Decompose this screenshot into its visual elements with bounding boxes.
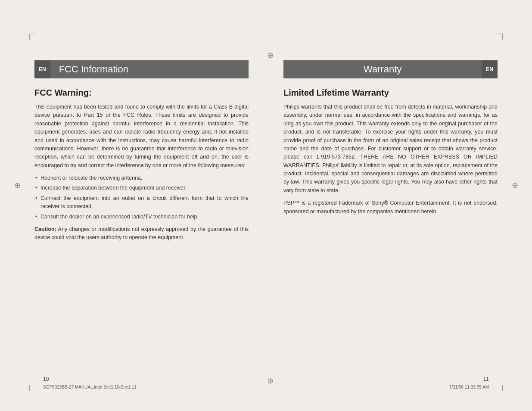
fcc-bullet-2: Increase the separation between the equi… xyxy=(34,184,249,192)
fcc-subtitle: FCC Warning: xyxy=(34,88,249,98)
left-page: EN FCC Information FCC Warning: This equ… xyxy=(34,60,266,246)
warranty-paragraph-1: Philips warrants that this product shall… xyxy=(283,103,498,195)
crosshair-top-icon: ⊕ xyxy=(266,51,274,59)
fcc-body: This equipment has been tested and found… xyxy=(34,103,249,242)
warranty-title-bar: Warranty xyxy=(283,60,482,78)
footer-bar: 10 SGP6025BB-27 MANUAL.indd Sec1:10-Sec1… xyxy=(0,376,532,389)
warranty-subtitle: Limited Lifetime Warranty xyxy=(283,88,498,98)
fcc-paragraph-1: This equipment has been tested and found… xyxy=(34,103,249,170)
fcc-caution-text: Any changes or modifications not express… xyxy=(34,226,249,240)
warranty-body: Philips warrants that this product shall… xyxy=(283,103,498,216)
warranty-section-header: Warranty EN xyxy=(283,60,498,78)
fcc-bullet-list: Reorient or relocate the receiving anten… xyxy=(34,174,249,221)
fcc-title-bar: FCC Information xyxy=(50,60,249,78)
left-page-number: 10 xyxy=(43,376,49,382)
fcc-bullet-4: Consult the dealer on an experienced rad… xyxy=(34,213,249,221)
fcc-caution-label: Caution: xyxy=(34,226,56,232)
warranty-en-badge: EN xyxy=(482,60,498,78)
print-info-right: 7/31/06 11:33:35 AM xyxy=(449,385,489,389)
print-info-left: SGP6025BB-27 MANUAL.indd Sec1:10-Sec1:11 xyxy=(43,385,137,389)
crosshair-left-icon: ⊕ xyxy=(13,181,22,190)
fcc-bullet-3: Connect the equipment into an outlet on … xyxy=(34,194,249,211)
corner-mark-tr xyxy=(497,34,503,40)
corner-mark-tl xyxy=(29,34,35,40)
fcc-bullet-1: Reorient or relocate the receiving anten… xyxy=(34,174,249,182)
footer-right: 11 7/31/06 11:33:35 AM xyxy=(449,376,489,389)
footer-left: 10 SGP6025BB-27 MANUAL.indd Sec1:10-Sec1… xyxy=(43,376,137,389)
fcc-en-badge: EN xyxy=(34,60,50,78)
fcc-caution-paragraph: Caution: Any changes or modifications no… xyxy=(34,225,249,242)
warranty-paragraph-2: PSP™ is a registered trademark of Sony® … xyxy=(283,199,498,216)
crosshair-right-icon: ⊕ xyxy=(510,181,519,190)
main-content: EN FCC Information FCC Warning: This equ… xyxy=(34,60,498,246)
right-page: Warranty EN Limited Lifetime Warranty Ph… xyxy=(266,60,498,246)
right-page-number: 11 xyxy=(483,376,489,382)
fcc-section-header: EN FCC Information xyxy=(34,60,249,78)
